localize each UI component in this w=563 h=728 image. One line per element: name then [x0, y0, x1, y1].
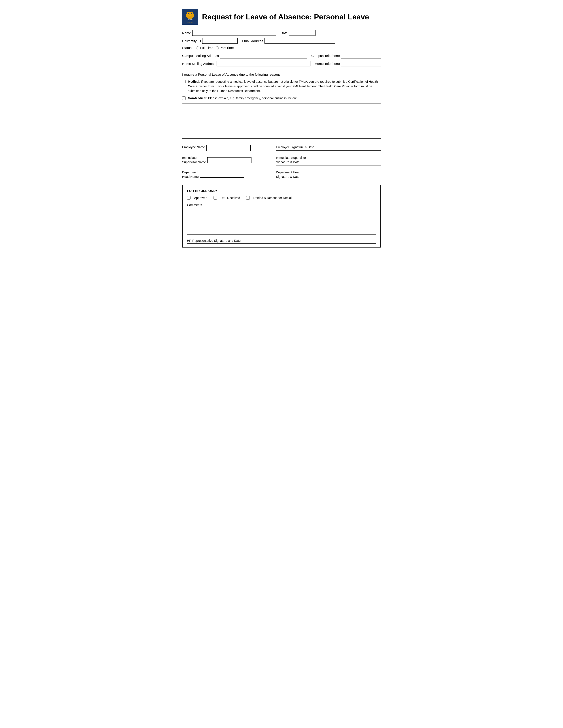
home-addr-input[interactable]	[216, 61, 311, 66]
date-label: Date	[280, 31, 288, 35]
fulltime-label: Full Time	[200, 46, 213, 50]
page-header: Drexel UNIVERSITY Request for Leave of A…	[182, 9, 381, 25]
svg-point-3	[191, 13, 192, 14]
nonmedical-bold: Non-Medical:	[188, 96, 207, 100]
employee-sig-right: Employee Signature & Date	[271, 145, 381, 151]
campus-tel-input[interactable]	[341, 53, 381, 58]
hr-denied-label: Denied & Reason for Denial:	[253, 196, 292, 200]
depthead-sig-label: Department Head Signature & Date	[276, 170, 381, 179]
medical-reason-text: Medical: If you are requesting a medical…	[188, 79, 381, 93]
nonmedical-checkbox[interactable]	[182, 96, 186, 100]
uid-input[interactable]	[202, 38, 237, 44]
home-row: Home Mailing Address Home Telephone	[182, 61, 381, 66]
parttime-radio[interactable]	[216, 46, 219, 49]
uid-label: University ID	[182, 39, 201, 43]
hr-checkboxes-row: Approved PAF Received Denied & Reason fo…	[187, 196, 376, 200]
depthead-name-input[interactable]	[200, 172, 244, 178]
medical-checkbox[interactable]	[182, 80, 186, 83]
depthead-name-label: Department Head Name	[182, 170, 199, 179]
hr-comments-label: Comments	[187, 203, 376, 207]
parttime-label: Part Time	[220, 46, 234, 50]
name-date-row: Name Date	[182, 30, 381, 36]
date-input[interactable]	[289, 30, 316, 36]
depthead-sig-underline	[276, 180, 381, 180]
supervisor-sig-label: Immediate Supervisor Signature & Date	[276, 156, 381, 164]
depthead-sig-right: Department Head Signature & Date	[271, 170, 381, 180]
employee-name-input[interactable]	[206, 145, 250, 151]
supervisor-sig-right: Immediate Supervisor Signature & Date	[271, 156, 381, 165]
hr-denied-checkbox[interactable]	[246, 196, 250, 200]
depthead-sig-row: Department Head Name Department Head Sig…	[182, 170, 381, 180]
medical-text: : If you are requesting a medical leave …	[188, 80, 378, 93]
status-row: Status: Full Time Part Time	[182, 46, 381, 50]
parttime-option[interactable]: Part Time	[216, 46, 234, 50]
hr-title: FOR HR USE ONLY	[187, 189, 376, 193]
hr-paf-checkbox[interactable]	[213, 196, 217, 200]
reasons-intro: I require a Personal Leave of Absence du…	[182, 73, 381, 76]
campus-row: Campus Mailing Address Campus Telephone	[182, 53, 381, 58]
hr-section: FOR HR USE ONLY Approved PAF Received De…	[182, 185, 381, 248]
campus-tel-label: Campus Telephone	[311, 54, 340, 58]
signature-section: Employee Name Employee Signature & Date …	[182, 145, 381, 180]
home-tel-input[interactable]	[341, 61, 381, 66]
campus-addr-input[interactable]	[220, 53, 307, 58]
email-input[interactable]	[264, 38, 335, 44]
name-input[interactable]	[192, 30, 276, 36]
hr-paf-label: PAF Received	[220, 196, 240, 200]
svg-text:UNIVERSITY: UNIVERSITY	[187, 21, 194, 23]
name-label: Name	[182, 31, 191, 35]
page-title: Request for Leave of Absence: Personal L…	[202, 13, 369, 21]
nonmedical-text: Please explain, e.g. family emergency, p…	[207, 96, 297, 100]
home-tel-label: Home Telephone	[315, 62, 340, 66]
hr-comments-textarea[interactable]	[187, 208, 376, 235]
hr-approved-label: Approved	[194, 196, 207, 200]
hr-approved-item[interactable]: Approved	[187, 196, 207, 200]
employee-sig-row: Employee Name Employee Signature & Date	[182, 145, 381, 151]
svg-point-2	[188, 13, 189, 14]
medical-reason-item: Medical: If you are requesting a medical…	[182, 79, 381, 93]
nonmedical-reason-text: Non-Medical: Please explain, e.g. family…	[188, 96, 297, 101]
employee-sig-underline	[276, 150, 381, 151]
hr-paf-item[interactable]: PAF Received	[213, 196, 240, 200]
explanation-textarea[interactable]	[182, 103, 381, 139]
hr-sig-line	[187, 243, 376, 244]
nonmedical-reason-item: Non-Medical: Please explain, e.g. family…	[182, 96, 381, 101]
home-addr-label: Home Mailing Address	[182, 62, 215, 66]
fulltime-radio[interactable]	[196, 46, 199, 49]
supervisor-sig-row: Immediate Supervisor Name Immediate Supe…	[182, 156, 381, 165]
supervisor-name-input[interactable]	[207, 157, 251, 163]
status-label: Status:	[182, 46, 192, 50]
employee-sig-label: Employee Signature & Date	[276, 145, 381, 150]
fulltime-option[interactable]: Full Time	[196, 46, 213, 50]
hr-sig-row: HR Representative Signature and Date	[187, 239, 376, 244]
supervisor-name-label: Immediate Supervisor Name	[182, 156, 206, 164]
employee-name-left: Employee Name	[182, 145, 271, 151]
hr-sig-label: HR Representative Signature and Date	[187, 239, 376, 242]
hr-denied-item[interactable]: Denied & Reason for Denial:	[246, 196, 292, 200]
uid-email-row: University ID Email Address	[182, 38, 381, 44]
depthead-name-left: Department Head Name	[182, 170, 271, 179]
drexel-logo: Drexel UNIVERSITY	[182, 9, 198, 25]
campus-addr-label: Campus Mailing Address	[182, 54, 219, 58]
medical-bold: Medical	[188, 80, 199, 83]
svg-text:Drexel: Drexel	[188, 19, 192, 21]
email-label: Email Address	[242, 39, 263, 43]
employee-name-label: Employee Name	[182, 145, 205, 150]
supervisor-name-left: Immediate Supervisor Name	[182, 156, 271, 164]
hr-approved-checkbox[interactable]	[187, 196, 190, 200]
